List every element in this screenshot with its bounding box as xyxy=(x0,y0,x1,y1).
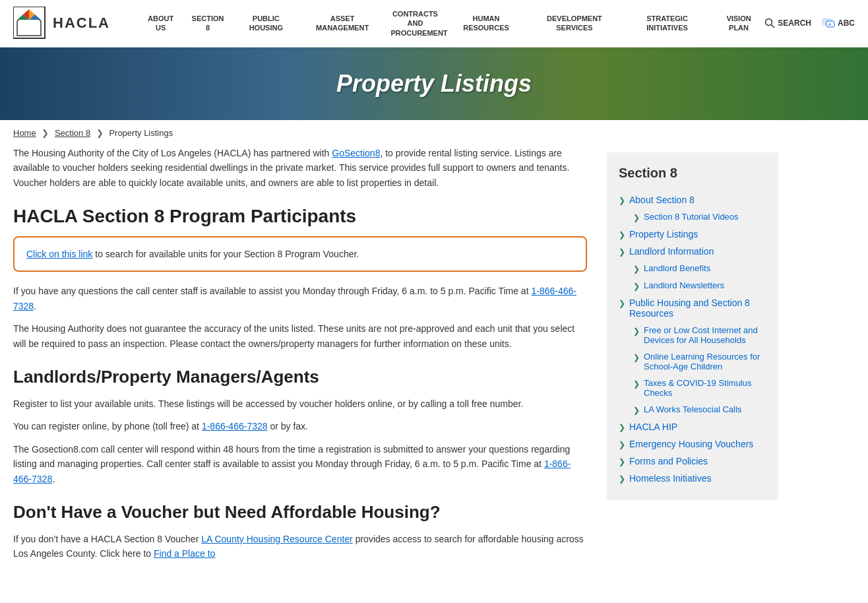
chevron-icon: ❯ xyxy=(619,474,625,484)
phone3-link[interactable]: 1-866-466-7328 xyxy=(13,459,571,484)
chevron-icon: ❯ xyxy=(619,440,625,449)
nav-development-services[interactable]: DEVELOPMENT SERVICES xyxy=(528,10,622,37)
translate-icon: A xyxy=(822,18,835,28)
hero-banner: Property Listings xyxy=(0,48,868,120)
sidebar-item-property-listings[interactable]: ❯ Property Listings xyxy=(619,226,766,243)
breadcrumb: Home ❯ Section 8 ❯ Property Listings xyxy=(0,120,868,146)
sidebar-label-landlord-benefits: Landlord Benefits xyxy=(644,263,710,273)
hero-title: Property Listings xyxy=(336,70,532,98)
main-layout: The Housing Authority of the City of Los… xyxy=(0,146,844,596)
sidebar-title: Section 8 xyxy=(619,166,766,181)
intro-paragraph: The Housing Authority of the City of Los… xyxy=(13,146,587,190)
sidebar-item-free-internet[interactable]: ❯ Free or Low Cost Internet and Devices … xyxy=(633,322,766,348)
find-place-link[interactable]: Find a Place to xyxy=(154,548,215,559)
sidebar-label-free-internet: Free or Low Cost Internet and Devices fo… xyxy=(644,325,766,345)
sidebar-label-online-learning: Online Learning Resources for School-Age… xyxy=(644,352,766,371)
sidebar-sub-landlord: ❯ Landlord Benefits ❯ Landlord Newslette… xyxy=(619,260,766,294)
nav-vision-plan[interactable]: VISION PLAN xyxy=(713,10,765,37)
nav-strategic-initiatives[interactable]: STRATEGIC INITIATIVES xyxy=(624,10,710,37)
svg-text:A: A xyxy=(828,22,832,26)
breadcrumb-sep2: ❯ xyxy=(96,128,106,138)
header-right: SEARCH A ABC xyxy=(764,18,855,28)
sidebar-label-landlord-info: Landlord Information xyxy=(629,246,714,257)
nav-section8[interactable]: SECTION 8 xyxy=(185,10,230,37)
sidebar-item-hacla-hip[interactable]: ❯ HACLA HIP xyxy=(619,418,766,435)
header: HACLA ABOUT US SECTION 8 PUBLIC HOUSING … xyxy=(0,0,868,48)
click-this-link[interactable]: Click on this link xyxy=(26,249,92,259)
accuracy-note: The Housing Authority does not guarantee… xyxy=(13,321,587,351)
sidebar-item-landlord-info[interactable]: ❯ Landlord Information xyxy=(619,243,766,260)
sidebar-sub-about: ❯ Section 8 Tutorial Videos xyxy=(619,208,766,226)
sidebar-item-la-works[interactable]: ❯ LA Works Telesocial Calls xyxy=(633,401,766,418)
sidebar-item-emergency-vouchers[interactable]: ❯ Emergency Housing Vouchers xyxy=(619,435,766,453)
sidebar-item-online-learning[interactable]: ❯ Online Learning Resources for School-A… xyxy=(633,348,766,375)
sidebar-label-landlord-newsletters: Landlord Newsletters xyxy=(644,280,724,290)
sidebar-item-public-housing-resources[interactable]: ❯ Public Housing and Section 8 Resources xyxy=(619,294,766,322)
search-button[interactable]: SEARCH xyxy=(764,18,811,28)
nav-public-housing[interactable]: PUBLIC HOUSING xyxy=(233,10,299,37)
logo-area: HACLA xyxy=(13,7,119,40)
sidebar-sub-resources: ❯ Free or Low Cost Internet and Devices … xyxy=(619,322,766,418)
sidebar-label-property-listings: Property Listings xyxy=(629,229,698,239)
chevron-icon: ❯ xyxy=(619,230,625,239)
sidebar-item-taxes-covid[interactable]: ❯ Taxes & COVID-19 Stimulus Checks xyxy=(633,375,766,401)
logo-text: HACLA xyxy=(53,15,110,32)
hacla-logo-icon xyxy=(13,7,46,40)
sidebar-label-homeless-initiatives: Homeless Initiatives xyxy=(629,473,712,484)
landlords-heading: Landlords/Property Managers/Agents xyxy=(13,367,587,387)
sidebar-label-public-housing-resources: Public Housing and Section 8 Resources xyxy=(629,298,766,319)
chevron-icon: ❯ xyxy=(633,327,640,336)
breadcrumb-current: Property Listings xyxy=(109,128,173,138)
svg-point-7 xyxy=(766,19,772,26)
no-voucher-heading: Don't Have a Voucher but Need Affordable… xyxy=(13,502,587,523)
sidebar-label-hacla-hip: HACLA HIP xyxy=(629,422,677,432)
landlords-para1: Register to list your available units. T… xyxy=(13,397,587,411)
sidebar-label-emergency-vouchers: Emergency Housing Vouchers xyxy=(629,439,753,449)
chevron-icon: ❯ xyxy=(619,423,625,432)
breadcrumb-section8[interactable]: Section 8 xyxy=(55,128,90,138)
participants-heading: HACLA Section 8 Program Participants xyxy=(13,206,587,227)
chevron-icon: ❯ xyxy=(633,213,640,222)
highlight-text: to search for available units for your S… xyxy=(95,249,359,259)
search-icon xyxy=(764,18,775,28)
translate-label: ABC xyxy=(838,18,855,28)
nav-human-resources[interactable]: HUMAN RESOURCES xyxy=(447,10,524,37)
chevron-icon: ❯ xyxy=(633,282,640,291)
sidebar-item-landlord-benefits[interactable]: ❯ Landlord Benefits xyxy=(633,260,766,277)
sidebar-item-forms-policies[interactable]: ❯ Forms and Policies xyxy=(619,453,766,470)
call-center-note: If you have any questions the call cente… xyxy=(13,284,587,313)
landlords-para2: You can register online, by phone (toll … xyxy=(13,419,587,433)
nav-asset-management[interactable]: ASSET MANAGEMENT xyxy=(302,10,383,37)
sidebar-label-about-section8: About Section 8 xyxy=(629,195,695,205)
svg-line-8 xyxy=(772,25,775,28)
chevron-icon: ❯ xyxy=(633,406,640,415)
main-nav: ABOUT US SECTION 8 PUBLIC HOUSING ASSET … xyxy=(139,5,764,42)
phone2-link[interactable]: 1-866-466-7328 xyxy=(202,421,268,431)
sidebar-item-landlord-newsletters[interactable]: ❯ Landlord Newsletters xyxy=(633,277,766,294)
phone1-link[interactable]: 1-866-466-7328 xyxy=(13,286,576,311)
chevron-icon: ❯ xyxy=(619,299,625,308)
content-area: The Housing Authority of the City of Los… xyxy=(13,146,587,569)
chevron-icon: ❯ xyxy=(619,247,625,257)
search-label: SEARCH xyxy=(778,18,811,28)
sidebar-label-la-works: LA Works Telesocial Calls xyxy=(644,404,741,414)
chevron-icon: ❯ xyxy=(633,265,640,274)
breadcrumb-home[interactable]: Home xyxy=(13,128,36,138)
breadcrumb-sep1: ❯ xyxy=(42,128,51,138)
sidebar: Section 8 ❯ About Section 8 ❯ Section 8 … xyxy=(607,152,778,500)
translate-button[interactable]: A ABC xyxy=(822,18,855,28)
nav-contracts[interactable]: CONTRACTS AND PROCUREMENT xyxy=(385,5,445,42)
highlight-box: Click on this link to search for availab… xyxy=(13,236,587,272)
sidebar-item-homeless-initiatives[interactable]: ❯ Homeless Initiatives xyxy=(619,470,766,487)
gosection8-call-note: The Gosection8.com call center will resp… xyxy=(13,442,587,486)
chevron-icon: ❯ xyxy=(619,196,625,205)
no-voucher-para: If you don't have a HACLA Section 8 Vouc… xyxy=(13,532,587,561)
chevron-icon: ❯ xyxy=(633,353,640,362)
nav-about-us[interactable]: ABOUT US xyxy=(139,10,183,37)
la-county-link[interactable]: LA County Housing Resource Center xyxy=(201,534,353,544)
sidebar-item-tutorial-videos[interactable]: ❯ Section 8 Tutorial Videos xyxy=(633,208,766,226)
gosection8-link[interactable]: GoSection8 xyxy=(332,148,380,158)
sidebar-item-about-section8[interactable]: ❯ About Section 8 xyxy=(619,191,766,208)
sidebar-label-taxes-covid: Taxes & COVID-19 Stimulus Checks xyxy=(644,378,766,398)
chevron-icon: ❯ xyxy=(619,457,625,466)
